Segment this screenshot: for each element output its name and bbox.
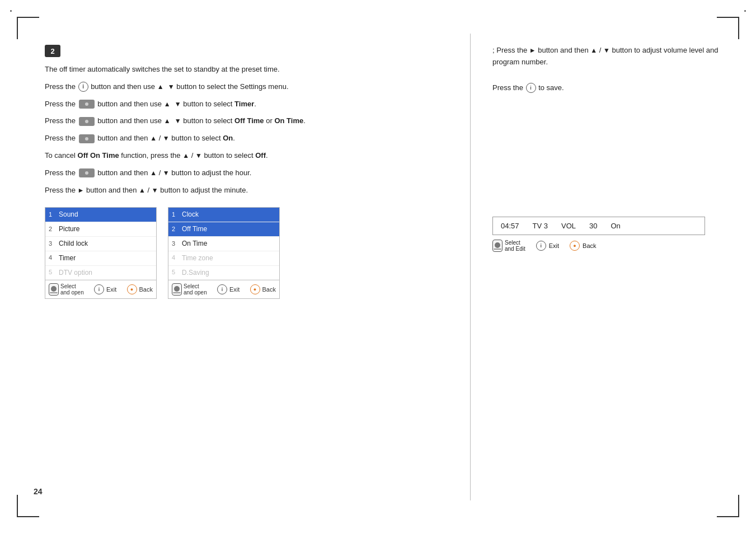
menu2-num-2: 2: [172, 225, 182, 233]
orange-icon-back-1: ●: [127, 284, 137, 294]
menu2-num-1: 1: [172, 210, 182, 219]
menu2-exit-label: Exit: [229, 286, 240, 293]
step7-text: Press the ► button and then ▲ / ▼ button…: [45, 185, 448, 196]
menu2-label-5: D.Saving: [182, 268, 276, 278]
orange-icon-back-2: ●: [250, 284, 260, 294]
status-vol-value: 30: [589, 222, 597, 230]
menu1-item-5: 5 DTV option: [45, 266, 156, 280]
center-divider: [470, 34, 471, 500]
menu2-footer-select: Select and open: [172, 283, 207, 296]
menu1-num-1: 1: [49, 210, 59, 219]
menu2-item-2: 2 Off Time: [168, 222, 279, 237]
menu1-item-2: 2 Picture: [45, 222, 156, 237]
menu2-item-3: 3 On Time: [168, 237, 279, 251]
step2-text: Press the button and then use ▲ ▼ button…: [45, 99, 448, 110]
menu1-back-label: Back: [139, 286, 153, 293]
menu2-num-4: 4: [172, 254, 182, 262]
menu2-label-4: Time zone: [182, 254, 276, 263]
orange-icon-footer: ●: [570, 241, 580, 251]
status-bar: 04:57 TV 3 VOL 30 On: [492, 217, 705, 235]
menu1-footer: Select and open i Exit ● Back: [45, 280, 156, 298]
menu2-num-3: 3: [172, 240, 182, 248]
step-badge: 2: [45, 45, 60, 57]
menu2-label-2: Off Time: [182, 224, 276, 234]
intro-text: The off timer automatically switches the…: [45, 64, 448, 76]
menu1-num-2: 2: [49, 225, 59, 233]
i-icon-exit-2: i: [217, 284, 227, 294]
menu2-item-5: 5 D.Saving: [168, 266, 279, 280]
remote-icon-3: [492, 240, 503, 252]
menu1-label-2: Picture: [59, 224, 153, 234]
menu2-num-5: 5: [172, 268, 182, 277]
i-icon-exit-1: i: [94, 284, 104, 294]
right-line1: ; Press the ► button and then ▲ / ▼ butt…: [492, 45, 727, 68]
menu1-footer-select: Select and open: [49, 283, 84, 296]
menu1-exit-label: Exit: [106, 286, 116, 293]
menu1-label-3: Child lock: [59, 239, 153, 249]
menu1-item-1: 1 Sound: [45, 208, 156, 222]
menu1-item-4: 4 Timer: [45, 251, 156, 266]
remote-icon-1: [49, 283, 59, 296]
settings-menu: 1 Sound 2 Picture 3 Child lock 4 Timer 5…: [45, 207, 157, 299]
footer-select-edit: Select and Edit: [492, 240, 525, 252]
menu1-label-1: Sound: [59, 210, 153, 219]
i-icon-1: i: [78, 82, 88, 92]
menu2-back-label: Back: [262, 286, 276, 293]
menu1-footer-back: ● Back: [126, 284, 153, 294]
status-on: On: [611, 222, 621, 230]
i-icon-footer: i: [536, 241, 546, 251]
menu1-num-5: 5: [49, 268, 59, 277]
footer-select-label: Select and Edit: [505, 240, 525, 252]
btn-icon-4: [79, 134, 95, 143]
status-time: 04:57: [501, 222, 519, 230]
menu2-label-1: Clock: [182, 210, 276, 219]
step5-text: To cancel Off On Time function, press th…: [45, 150, 448, 162]
menu1-select-label: Select and open: [60, 283, 84, 296]
status-bar-footer: Select and Edit i Exit ● Back: [492, 240, 727, 252]
step1-text: Press the i button and then use ▲ ▼ butt…: [45, 81, 448, 93]
footer-exit: i Exit: [536, 241, 559, 251]
menu2-footer-back: ● Back: [250, 284, 276, 294]
left-panel: 2 The off timer automatically switches t…: [34, 34, 459, 310]
page-number: 24: [34, 487, 43, 496]
menu2-label-3: On Time: [182, 239, 276, 249]
remote-icon-2: [172, 283, 182, 296]
step3-text: Press the button and then use ▲ ▼ button…: [45, 115, 448, 127]
menu2-footer: Select and open i Exit ● Back: [168, 280, 279, 298]
step4-text: Press the button and then ▲ / ▼ button t…: [45, 133, 448, 144]
menu1-footer-exit: i Exit: [93, 284, 116, 294]
menu2-footer-exit: i Exit: [217, 284, 240, 294]
status-section: 04:57 TV 3 VOL 30 On Select and Edit i E…: [492, 217, 727, 252]
btn-icon-2: [79, 100, 95, 109]
footer-back: ● Back: [569, 241, 596, 251]
status-channel: TV 3: [533, 222, 548, 230]
menus-row: 1 Sound 2 Picture 3 Child lock 4 Timer 5…: [45, 207, 448, 299]
footer-back-label: Back: [583, 242, 596, 249]
right-panel: ; Press the ► button and then ▲ / ▼ butt…: [481, 34, 739, 263]
menu2-item-1: 1 Clock: [168, 208, 279, 222]
btn-icon-6: [79, 168, 95, 177]
menu2-item-4: 4 Time zone: [168, 251, 279, 266]
menu1-label-4: Timer: [59, 254, 153, 263]
footer-exit-label: Exit: [549, 242, 559, 249]
step6-text: Press the button and then ▲ / ▼ button t…: [45, 167, 448, 179]
menu1-item-3: 3 Child lock: [45, 237, 156, 251]
menu1-num-4: 4: [49, 254, 59, 262]
menu1-label-5: DTV option: [59, 268, 153, 278]
i-icon-save: i: [526, 83, 536, 93]
menu1-num-3: 3: [49, 240, 59, 248]
btn-icon-3: [79, 117, 95, 126]
menu2-select-label: Select and open: [184, 283, 207, 296]
right-line2: Press the i to save.: [492, 82, 727, 94]
status-vol-label: VOL: [561, 222, 576, 230]
timer-menu: 1 Clock 2 Off Time 3 On Time 4 Time zone…: [168, 207, 280, 299]
